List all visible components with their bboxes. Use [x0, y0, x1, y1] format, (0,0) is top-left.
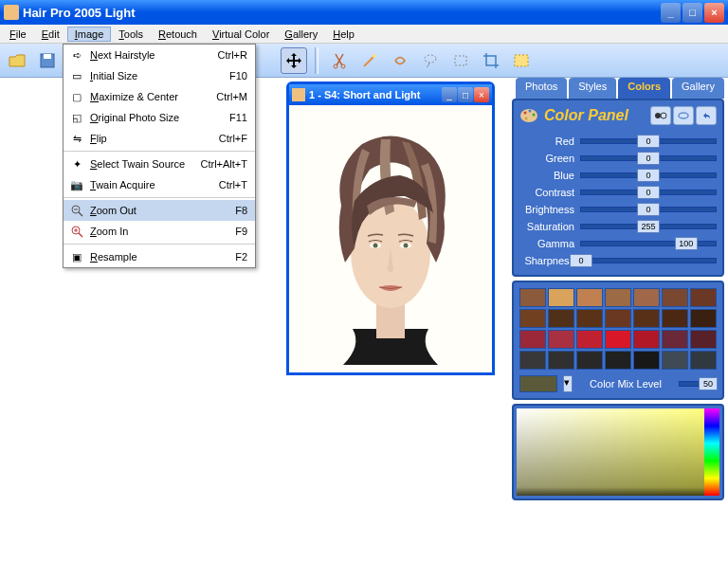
document-window[interactable]: 1 - S4: Short and Light _ □ ×: [286, 82, 495, 375]
saturation-slider[interactable]: 255: [580, 224, 717, 229]
color-swatch[interactable]: [633, 288, 660, 307]
color-swatch[interactable]: [690, 351, 717, 370]
tab-photos[interactable]: Photos: [516, 78, 567, 99]
color-swatch[interactable]: [519, 351, 546, 370]
slider-row-saturation: Saturation255: [519, 218, 717, 234]
crop-tool-button[interactable]: [478, 47, 504, 74]
marquee-tool-button[interactable]: [508, 47, 535, 74]
color-swatch[interactable]: [548, 309, 574, 328]
color-swatch[interactable]: [519, 288, 546, 307]
document-titlebar[interactable]: 1 - S4: Short and Light _ □ ×: [289, 84, 492, 105]
color-swatch[interactable]: [662, 351, 688, 370]
slider-thumb[interactable]: 0: [570, 254, 592, 267]
slider-thumb[interactable]: 0: [637, 169, 660, 182]
lasso-tool-button[interactable]: [417, 47, 444, 74]
menu-item-original-photo-size[interactable]: ◱Original Photo SizeF11: [64, 107, 255, 128]
reset-color-button[interactable]: [673, 106, 694, 125]
gamma-slider[interactable]: 100: [580, 241, 717, 246]
curl-tool-button[interactable]: [387, 47, 413, 74]
slider-thumb[interactable]: 0: [637, 152, 660, 165]
menubar: FileEditImageToolsRetouchVirtual ColorGa…: [0, 25, 728, 44]
menu-item-next-hairstyle[interactable]: ➪Next HairstyleCtrl+R: [64, 45, 255, 65]
menu-file[interactable]: File: [2, 27, 34, 42]
maximize-button[interactable]: □: [682, 3, 702, 23]
color-swatch[interactable]: [690, 309, 717, 328]
cut-tool-button[interactable]: [326, 47, 353, 74]
doc-minimize-button[interactable]: _: [442, 87, 457, 102]
color-swatch[interactable]: [519, 309, 546, 328]
menu-image[interactable]: Image: [67, 27, 112, 42]
menu-item-twain-acquire[interactable]: 📷Twain AcquireCtrl+T: [64, 174, 255, 195]
undo-color-button[interactable]: [696, 106, 717, 125]
color-swatch[interactable]: [519, 330, 546, 349]
tab-colors[interactable]: Colors: [618, 78, 670, 99]
menu-gallery[interactable]: Gallery: [277, 27, 325, 42]
menu-item-resample[interactable]: ▣ResampleF2: [64, 246, 255, 267]
current-color-swatch[interactable]: [519, 375, 557, 392]
menu-virtual-color[interactable]: Virtual Color: [205, 27, 277, 42]
menu-item-zoom-out[interactable]: Zoom OutF8: [64, 200, 255, 221]
svg-rect-1: [44, 54, 51, 59]
menu-help[interactable]: Help: [325, 27, 362, 42]
contrast-slider[interactable]: 0: [580, 190, 717, 195]
color-swatch[interactable]: [548, 351, 574, 370]
color-swatch[interactable]: [662, 309, 688, 328]
brightness-slider[interactable]: 0: [580, 207, 717, 212]
color-swatch[interactable]: [605, 330, 631, 349]
menu-item-label: Select Twain Source: [86, 158, 200, 170]
mix-level-thumb[interactable]: 50: [699, 377, 718, 390]
app-icon: [4, 5, 19, 20]
menu-retouch[interactable]: Retouch: [151, 27, 205, 42]
menu-item-shortcut: Ctrl+T: [219, 179, 251, 190]
wand-tool-button[interactable]: [356, 47, 383, 74]
close-button[interactable]: ×: [704, 3, 724, 23]
slider-thumb[interactable]: 0: [637, 186, 660, 199]
tab-gallery[interactable]: Gallery: [672, 78, 724, 99]
green-slider[interactable]: 0: [580, 155, 717, 161]
color-field[interactable]: [517, 408, 704, 496]
slider-thumb[interactable]: 100: [675, 237, 698, 250]
menu-tools[interactable]: Tools: [111, 27, 151, 42]
color-swatch[interactable]: [662, 288, 688, 307]
slider-thumb[interactable]: 0: [637, 203, 660, 216]
save-button[interactable]: [34, 47, 61, 74]
menu-item-initial-size[interactable]: ▭Initial SizeF10: [64, 65, 255, 86]
color-swatch[interactable]: [633, 309, 660, 328]
color-swatch[interactable]: [690, 330, 717, 349]
color-swatch[interactable]: [605, 309, 631, 328]
color-swatch[interactable]: [633, 330, 660, 349]
color-swatch[interactable]: [662, 330, 688, 349]
slider-thumb[interactable]: 0: [637, 135, 660, 148]
color-swatch[interactable]: [548, 330, 574, 349]
rect-select-button[interactable]: [447, 47, 474, 74]
color-swatch[interactable]: [690, 288, 717, 307]
doc-maximize-button[interactable]: □: [458, 87, 473, 102]
swatch-dropdown-button[interactable]: ▾: [563, 375, 573, 392]
sharpness-slider[interactable]: 0: [580, 258, 717, 263]
mix-level-slider[interactable]: 50: [679, 381, 717, 387]
blue-slider[interactable]: 0: [580, 172, 717, 178]
color-swatch[interactable]: [576, 288, 603, 307]
color-swatch[interactable]: [576, 309, 603, 328]
color-swatch[interactable]: [605, 351, 631, 370]
photo-canvas[interactable]: [289, 105, 492, 372]
color-swatch[interactable]: [576, 351, 603, 370]
move-tool-button[interactable]: [281, 47, 307, 74]
minimize-button[interactable]: _: [661, 3, 681, 23]
open-button[interactable]: [4, 47, 30, 74]
color-swatch[interactable]: [605, 288, 631, 307]
color-swatch[interactable]: [548, 288, 574, 307]
menu-item-flip[interactable]: ⇋FlipCtrl+F: [64, 128, 255, 149]
menu-item-zoom-in[interactable]: Zoom InF9: [64, 221, 255, 242]
slider-thumb[interactable]: 255: [637, 220, 660, 233]
color-swatch[interactable]: [633, 351, 660, 370]
red-slider[interactable]: 0: [580, 138, 717, 144]
color-swatch[interactable]: [576, 330, 603, 349]
tab-styles[interactable]: Styles: [569, 78, 616, 99]
doc-close-button[interactable]: ×: [474, 87, 489, 102]
menu-item-select-twain-source[interactable]: ✦Select Twain SourceCtrl+Alt+T: [64, 154, 255, 174]
toggle-mode-button[interactable]: [650, 106, 671, 125]
hue-strip[interactable]: [704, 408, 719, 496]
menu-edit[interactable]: Edit: [34, 27, 67, 42]
menu-item-maximize-center[interactable]: ▢Maximize & CenterCtrl+M: [64, 86, 255, 107]
